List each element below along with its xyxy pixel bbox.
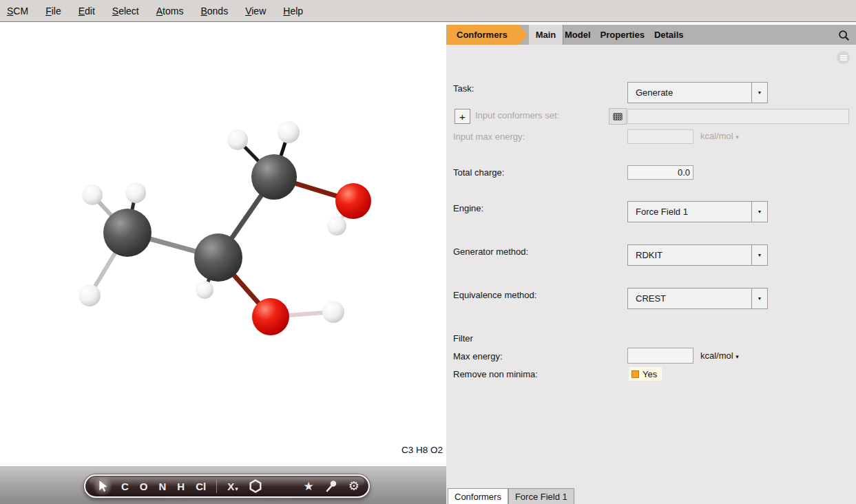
menu-item-select[interactable]: Select (112, 6, 139, 17)
ring-tool-button[interactable] (249, 479, 262, 493)
remove-non-minima-label: Remove non minima: (453, 369, 538, 379)
equivalence-method-label: Equivalence method: (453, 290, 536, 300)
engine-dropdown-caret-icon: ▼ (751, 202, 767, 222)
browse-conformers-button[interactable] (609, 108, 627, 125)
input-conformers-field[interactable] (627, 109, 849, 124)
atom-H6[interactable] (79, 284, 101, 306)
molecule-view[interactable] (0, 22, 446, 466)
menu-item-bonds[interactable]: Bonds (200, 6, 228, 17)
task-value: Generate (628, 83, 751, 103)
equivalence-method-caret-icon: ▼ (751, 288, 767, 308)
cursor-glow (92, 476, 114, 496)
engine-label: Engine: (453, 203, 483, 213)
tab-main[interactable]: Main (529, 25, 563, 45)
menu-item-view[interactable]: View (245, 6, 266, 17)
atom-O1[interactable] (335, 183, 371, 219)
engine-value: Force Field 1 (628, 202, 751, 222)
total-charge-field[interactable] (627, 165, 693, 180)
wand-tool-button[interactable] (324, 479, 338, 493)
panel-tab-bar: Conformers Main ModelPropertiesDetails (446, 25, 856, 45)
viewport-dock: CONHCl X▾ ★ ⚙ (0, 466, 446, 504)
atom-O2[interactable] (252, 298, 289, 335)
remove-non-minima-toggle[interactable]: Yes (629, 367, 662, 381)
max-energy-field[interactable] (627, 348, 693, 364)
structure-tool-button[interactable]: ★ (304, 481, 314, 492)
element-n-button[interactable]: N (159, 481, 167, 492)
menu-item-atoms[interactable]: Atoms (156, 6, 184, 17)
wand-icon (324, 479, 338, 493)
tab-model[interactable]: Model (565, 30, 591, 40)
menu-bar: SCMFileEditSelectAtomsBondsViewHelp (0, 0, 856, 22)
tab-details[interactable]: Details (654, 30, 684, 40)
element-x-button[interactable]: X▾ (227, 481, 238, 492)
menu-item-edit[interactable]: Edit (79, 6, 95, 17)
bottom-tab-force-field-1[interactable]: Force Field 1 (508, 488, 574, 504)
unit-caret-icon: ▾ (735, 353, 739, 360)
menu-item-help[interactable]: Help (283, 6, 303, 17)
element-c-button[interactable]: C (121, 481, 129, 492)
max-energy-unit[interactable]: kcal/mol ▾ (700, 350, 739, 361)
gear-icon: ⚙ (348, 480, 359, 492)
remove-non-minima-value: Yes (643, 369, 657, 379)
atom-C2[interactable] (103, 209, 152, 257)
max-energy-label: Max energy: (453, 351, 503, 361)
menu-item-scm[interactable]: SCM (7, 6, 28, 17)
generator-method-caret-icon: ▼ (751, 245, 767, 265)
engine-dropdown[interactable]: Force Field 1 ▼ (627, 201, 768, 222)
atom-H4[interactable] (125, 182, 146, 203)
tab-properties[interactable]: Properties (601, 30, 645, 40)
total-charge-label: Total charge: (453, 167, 504, 178)
panel-menu-button[interactable] (837, 51, 850, 64)
element-cl-button[interactable]: Cl (196, 481, 206, 492)
bottom-tab-conformers[interactable]: Conformers (448, 488, 508, 504)
input-max-energy-unit[interactable]: kcal/mol ▾ (700, 131, 739, 141)
hamburger-icon (839, 54, 848, 61)
element-o-button[interactable]: O (140, 481, 148, 492)
conformers-tool-tab[interactable]: Conformers (448, 25, 528, 45)
file-hatch-icon (613, 113, 623, 120)
element-x-label: X (227, 481, 234, 492)
element-h-button[interactable]: H (177, 481, 185, 492)
generator-method-dropdown[interactable]: RDKIT ▼ (627, 244, 768, 266)
filter-header: Filter (453, 333, 473, 344)
max-energy-unit-label: kcal/mol (700, 350, 733, 361)
atom-C1[interactable] (251, 154, 297, 200)
equivalence-method-value: CREST (628, 288, 751, 308)
atom-H5[interactable] (82, 185, 103, 205)
equivalence-method-dropdown[interactable]: CREST ▼ (627, 288, 768, 309)
atom-H7[interactable] (196, 281, 213, 299)
add-conformers-button[interactable]: + (455, 109, 470, 124)
conformers-panel: Conformers Main ModelPropertiesDetails T… (446, 22, 856, 504)
element-buttons: CONHCl (121, 481, 206, 492)
toolbar-divider (216, 480, 217, 493)
search-button[interactable] (836, 28, 851, 43)
menu-item-file[interactable]: File (45, 6, 61, 17)
generator-method-value: RDKIT (628, 245, 751, 265)
atom-H8[interactable] (322, 301, 344, 323)
checkbox-checked-icon (631, 370, 639, 378)
settings-tool-button[interactable]: ⚙ (348, 480, 359, 492)
atom-C3[interactable] (194, 233, 242, 282)
atom-H2[interactable] (278, 121, 300, 143)
search-icon (837, 29, 850, 41)
plus-icon: + (459, 111, 466, 123)
draw-toolbar: CONHCl X▾ ★ ⚙ (84, 474, 370, 498)
conformers-tool-tab-label: Conformers (457, 30, 508, 40)
tab-main-label: Main (536, 30, 556, 40)
hexagon-icon (249, 479, 262, 493)
task-dropdown-caret-icon: ▼ (751, 83, 767, 103)
molecule-formula: C3 H8 O2 (401, 445, 443, 455)
tab-row: ModelPropertiesDetails (565, 25, 684, 45)
bottom-tab-bar: ConformersForce Field 1 (446, 487, 856, 504)
task-dropdown[interactable]: Generate ▼ (627, 82, 768, 103)
atom-H3[interactable] (327, 216, 346, 235)
unit-caret-icon: ▾ (735, 134, 739, 140)
input-max-energy-label: Input max energy: (453, 132, 525, 142)
star-icon: ★ (304, 481, 314, 492)
molecule-viewport[interactable]: C3 H8 O2 (0, 22, 446, 466)
atom-H1[interactable] (227, 129, 248, 150)
input-max-energy-field[interactable] (627, 129, 693, 144)
select-cursor-tool[interactable] (94, 478, 111, 494)
element-dropdown-caret-icon: ▾ (235, 486, 238, 492)
input-conformers-label: Input conformers set: (475, 110, 559, 120)
